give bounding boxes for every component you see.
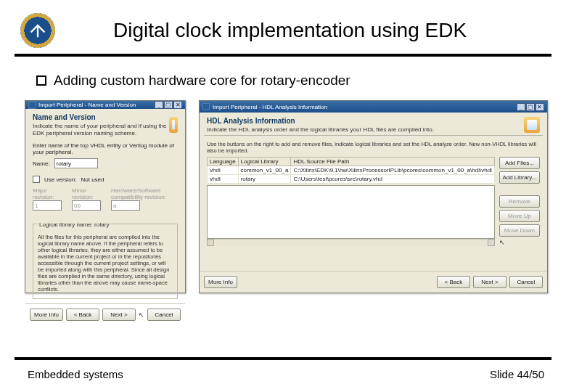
col-library[interactable]: Logical Library bbox=[238, 157, 291, 166]
app-icon bbox=[202, 103, 210, 110]
minor-label: Minor revision: bbox=[72, 187, 101, 200]
name-prompt: Enter name of the top VHDL entity or Ver… bbox=[33, 142, 178, 155]
section-heading: HDL Analysis Information bbox=[207, 117, 434, 125]
table-empty-area bbox=[207, 185, 495, 239]
titlebar: Import Peripheral - HDL Analysis Informa… bbox=[200, 101, 547, 113]
minor-select[interactable] bbox=[72, 200, 101, 211]
remove-button[interactable]: Remove bbox=[499, 195, 540, 208]
col-path[interactable]: HDL Source File Path bbox=[291, 157, 494, 166]
footer-right: Slide 44/50 bbox=[490, 368, 544, 380]
window-title: Import Peripheral - Name and Version bbox=[38, 102, 136, 108]
institution-logo bbox=[20, 13, 55, 48]
library-group-title: Logical library name: rotary bbox=[38, 221, 110, 228]
cell-lang: vhdl bbox=[208, 166, 239, 174]
app-icon bbox=[28, 102, 36, 109]
move-up-button[interactable]: Move Up bbox=[499, 210, 540, 222]
cancel-button[interactable]: Cancel bbox=[509, 276, 543, 288]
hwcompat-select[interactable] bbox=[111, 200, 140, 211]
maximize-button[interactable]: ▢ bbox=[526, 103, 535, 111]
cursor-icon: ↖ bbox=[499, 239, 540, 246]
section-description: Indicate the HDL analysis order and the … bbox=[207, 125, 434, 134]
cell-lib: common_v1_00_a bbox=[238, 166, 291, 174]
add-library-button[interactable]: Add Library... bbox=[499, 171, 540, 184]
cell-path: C:\Users\test\pcores\src\rotary.vhd bbox=[291, 174, 494, 183]
table-row[interactable]: vhdl rotary C:\Users\test\pcores\src\rot… bbox=[208, 174, 495, 183]
instructions-text: Use the buttons on the right to add and … bbox=[207, 141, 540, 154]
bullet-text: Adding custom hardware core for rotary-e… bbox=[54, 73, 350, 89]
col-language[interactable]: Language bbox=[208, 157, 239, 166]
hdl-files-table: Language Logical Library HDL Source File… bbox=[207, 157, 495, 184]
name-input[interactable] bbox=[54, 158, 98, 168]
more-info-button[interactable]: More Info bbox=[30, 309, 63, 321]
major-label: Major revision: bbox=[33, 187, 62, 200]
back-button[interactable]: < Back bbox=[437, 276, 470, 288]
add-files-button[interactable]: Add Files... bbox=[499, 157, 540, 169]
close-button[interactable]: ✕ bbox=[536, 103, 544, 111]
titlebar: Import Peripheral - Name and Version _ ▢… bbox=[25, 101, 185, 109]
name-label: Name: bbox=[33, 160, 50, 167]
cell-path: C:\Xilinx\EDK\9.1\hw\XilinxProcessorIPLi… bbox=[291, 166, 494, 174]
horizontal-scrollbar[interactable] bbox=[207, 239, 495, 246]
next-button[interactable]: Next > bbox=[102, 309, 136, 321]
section-description: Indicate the name of your peripheral and… bbox=[33, 121, 169, 136]
major-select[interactable] bbox=[33, 200, 62, 211]
wizard-hdl-analysis-dialog: Import Peripheral - HDL Analysis Informa… bbox=[199, 100, 548, 293]
library-help-text: All the files for this peripheral are co… bbox=[38, 234, 173, 293]
table-row[interactable]: vhdl common_v1_00_a C:\Xilinx\EDK\9.1\hw… bbox=[208, 166, 495, 174]
back-button[interactable]: < Back bbox=[66, 309, 99, 321]
use-version-label: Use version: bbox=[44, 176, 76, 183]
cell-lang: vhdl bbox=[208, 174, 239, 183]
cursor-icon: ↖ bbox=[139, 311, 144, 319]
maximize-button[interactable]: ▢ bbox=[164, 101, 173, 109]
bullet-marker bbox=[36, 75, 46, 86]
more-info-button[interactable]: More Info bbox=[204, 276, 237, 288]
use-version-checkbox[interactable] bbox=[33, 176, 40, 183]
minimize-button[interactable]: _ bbox=[517, 103, 525, 111]
use-version-value: Not used bbox=[81, 176, 104, 183]
scroll-left-icon[interactable] bbox=[207, 239, 214, 246]
move-down-button[interactable]: Move Down bbox=[499, 224, 540, 237]
cell-lib: rotary bbox=[238, 174, 291, 183]
slide-title: Digital clock implementation using EDK bbox=[84, 19, 551, 42]
minimize-button[interactable]: _ bbox=[155, 101, 163, 109]
next-button[interactable]: Next > bbox=[473, 276, 506, 288]
hwcompat-label: Hardware/Software compatibility revision… bbox=[111, 187, 178, 200]
bullet-item: Adding custom hardware core for rotary-e… bbox=[0, 57, 566, 96]
footer-divider bbox=[15, 357, 551, 360]
wizard-name-version-dialog: Import Peripheral - Name and Version _ ▢… bbox=[25, 100, 186, 293]
wizard-icon bbox=[524, 117, 540, 133]
wizard-icon bbox=[169, 117, 179, 133]
window-title: Import Peripheral - HDL Analysis Informa… bbox=[213, 104, 327, 110]
footer-left: Embedded systems bbox=[28, 368, 123, 380]
scroll-right-icon[interactable] bbox=[488, 239, 495, 246]
close-button[interactable]: ✕ bbox=[173, 101, 182, 109]
section-heading: Name and Version bbox=[33, 113, 169, 121]
cancel-button[interactable]: Cancel bbox=[147, 309, 181, 321]
